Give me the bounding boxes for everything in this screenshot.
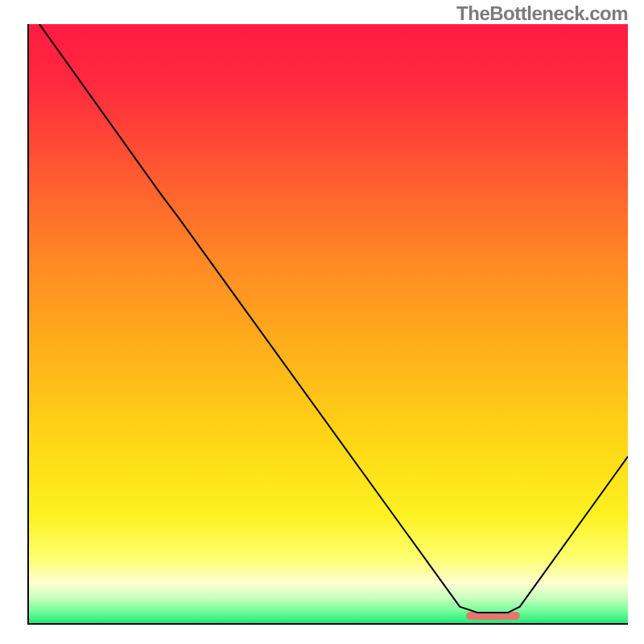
- bottleneck-curve: [27, 24, 628, 625]
- chart-container: TheBottleneck.com: [0, 0, 644, 644]
- plot-area: [27, 24, 628, 625]
- watermark-text: TheBottleneck.com: [456, 2, 628, 25]
